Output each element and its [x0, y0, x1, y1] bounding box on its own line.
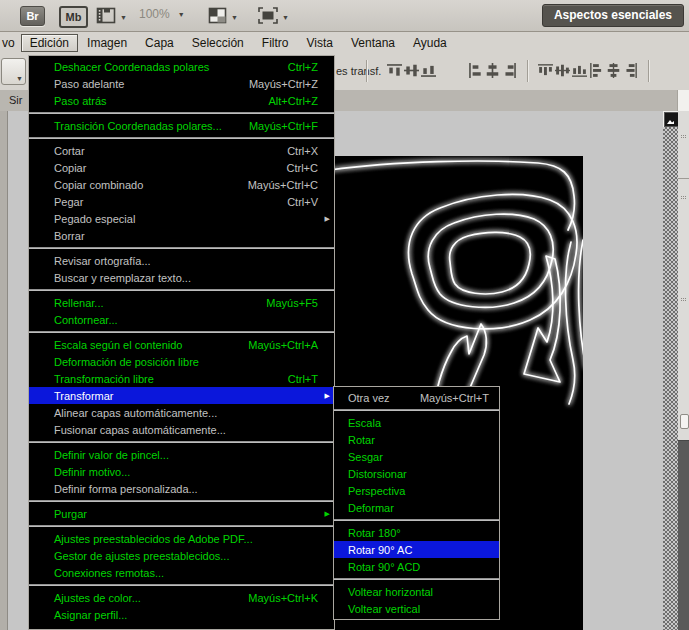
edit-menu-item-cortar[interactable]: CortarCtrl+X [29, 142, 334, 159]
menubar-item-ayuda[interactable]: Ayuda [404, 34, 456, 52]
align-left-edges-icon[interactable] [468, 63, 483, 78]
edit-menu-item-contornear[interactable]: Contornear... [29, 311, 334, 328]
menu-item-label: Contornear... [54, 314, 118, 326]
zoom-level-control[interactable]: 100% ▼ [139, 7, 185, 21]
edit-menu-item-gestor-de-ajustes-preestablecidos[interactable]: Gestor de ajustes preestablecidos... [29, 547, 334, 564]
edit-menu-item-asignar-perfil[interactable]: Asignar perfil... [29, 606, 334, 623]
edit-menu-item-ajustes-preestablecidos-de-adobe-pdf[interactable]: Ajustes preestablecidos de Adobe PDF... [29, 530, 334, 547]
submenu-item-rotar[interactable]: Rotar [334, 431, 499, 448]
edit-menu-item-definir-forma-personalizada[interactable]: Definir forma personalizada... [29, 480, 334, 497]
edit-menu-item-definir-motivo[interactable]: Definir motivo... [29, 463, 334, 480]
arrange-documents-button[interactable]: ▼ [208, 7, 238, 28]
distribute-bottom-edges-icon[interactable] [572, 63, 587, 78]
menubar-item-seleccion[interactable]: Selección [183, 34, 253, 52]
edit-menu-item-copiar-combinado[interactable]: Copiar combinadoMayús+Ctrl+C [29, 176, 334, 193]
submenu-item-otra-vez[interactable]: Otra vezMayús+Ctrl+T [334, 389, 499, 406]
screen-mode-button[interactable]: ▼ [258, 7, 289, 28]
menu-item-label: Escala según el contenido [54, 339, 182, 351]
distribute-vertical-centers-icon[interactable] [555, 63, 570, 78]
menu-separator [334, 409, 499, 411]
edit-menu-item-deshacer-coordenadas-polares[interactable]: Deshacer Coordenadas polaresCtrl+Z [29, 58, 334, 75]
chevron-down-icon: ▼ [178, 11, 185, 18]
document-tab[interactable]: Sir [9, 94, 22, 106]
view-extras-icon [96, 7, 116, 28]
submenu-item-rotar-90-ac[interactable]: Rotar 90° AC [334, 541, 499, 558]
chevron-down-icon: ▼ [231, 14, 238, 21]
edit-menu-item-borrar[interactable]: Borrar [29, 227, 334, 244]
align-top-edges-icon[interactable] [387, 63, 402, 78]
submenu-item-distorsionar[interactable]: Distorsionar [334, 465, 499, 482]
edit-menu-item-paso-adelante[interactable]: Paso adelanteMayús+Ctrl+Z [29, 75, 334, 92]
distribute-horizontal-centers-icon[interactable] [606, 63, 621, 78]
submenu-item-escala[interactable]: Escala [334, 414, 499, 431]
panel-gripper[interactable] [681, 196, 682, 197]
device-central-button[interactable]: Mb [59, 6, 88, 28]
view-extras-button[interactable]: ▼ [96, 7, 127, 28]
menu-item-label: Fusionar capas automáticamente... [54, 424, 226, 436]
edit-menu-item-alinear-capas-automaticamente[interactable]: Alinear capas automáticamente... [29, 404, 334, 421]
menu-item-label: Otra vez [348, 392, 390, 404]
edit-menu-item-transformar[interactable]: Transformar▶ [29, 387, 334, 404]
submenu-arrow-icon: ▶ [325, 509, 330, 517]
edit-menu-item-deformacion-de-posicion-libre[interactable]: Deformación de posición libre [29, 353, 334, 370]
submenu-item-rotar-90-acd[interactable]: Rotar 90° ACD [334, 558, 499, 575]
menu-item-label: Definir valor de pincel... [54, 449, 169, 461]
edit-menu-item-conexiones-remotas[interactable]: Conexiones remotas... [29, 564, 334, 581]
strip-icon-button[interactable] [663, 111, 678, 127]
submenu-item-voltear-horizontal[interactable]: Voltear horizontal [334, 583, 499, 600]
edit-menu-dropdown: Deshacer Coordenadas polaresCtrl+ZPaso a… [28, 55, 335, 630]
menu-item-label: Deformación de posición libre [54, 356, 199, 368]
distribute-left-edges-icon[interactable] [589, 63, 604, 78]
workspace-switcher-button[interactable]: Aspectos esenciales [542, 4, 684, 27]
edit-menu-item-transicion-coordenadas-polares[interactable]: Transición Coordenadas polares...Mayús+C… [29, 117, 334, 134]
align-right-edges-icon[interactable] [502, 63, 517, 78]
panel-dock-edge [678, 111, 689, 630]
distribute-right-edges-icon[interactable] [623, 63, 638, 78]
dock-mini-button[interactable] [680, 414, 689, 429]
menubar-item-ventana[interactable]: Ventana [342, 34, 404, 52]
submenu-item-deformar[interactable]: Deformar [334, 499, 499, 516]
edit-menu-item-ajustes-de-color[interactable]: Ajustes de color...Mayús+Ctrl+K [29, 589, 334, 606]
show-transform-controls-label: es transf. [336, 65, 381, 77]
edit-menu-item-copiar[interactable]: CopiarCtrl+C [29, 159, 334, 176]
align-horizontal-centers-icon[interactable] [485, 63, 500, 78]
menu-separator [29, 289, 334, 291]
menubar-item-imagen[interactable]: Imagen [78, 34, 136, 52]
menubar-item-vista[interactable]: Vista [297, 34, 341, 52]
edit-menu-item-revisar-ortografia[interactable]: Revisar ortografía... [29, 252, 334, 269]
edit-menu-item-paso-atras[interactable]: Paso atrásAlt+Ctrl+Z [29, 92, 334, 109]
menu-item-label: Borrar [54, 230, 85, 242]
submenu-item-rotar-180[interactable]: Rotar 180° [334, 524, 499, 541]
edit-menu-item-buscar-y-reemplazar-texto[interactable]: Buscar y reemplazar texto... [29, 269, 334, 286]
edit-menu-item-rellenar[interactable]: Rellenar...Mayús+F5 [29, 294, 334, 311]
menu-item-label: Sesgar [348, 451, 383, 463]
menu-item-label: Rotar [348, 434, 375, 446]
bridge-button[interactable]: Br [20, 6, 45, 26]
align-vertical-centers-icon[interactable] [404, 63, 419, 78]
chevron-down-icon: ▼ [120, 14, 127, 21]
menubar-item-archivo-fragment[interactable]: vo [0, 34, 21, 52]
submenu-item-perspectiva[interactable]: Perspectiva [334, 482, 499, 499]
menu-item-label: Rotar 90° ACD [348, 561, 420, 573]
tool-preset-button[interactable]: ▼ [1, 58, 26, 85]
edit-menu-item-definir-valor-de-pincel[interactable]: Definir valor de pincel... [29, 446, 334, 463]
edit-menu-item-transformacion-libre[interactable]: Transformación libreCtrl+T [29, 370, 334, 387]
submenu-item-voltear-vertical[interactable]: Voltear vertical [334, 600, 499, 617]
edit-menu-item-purgar[interactable]: Purgar▶ [29, 505, 334, 522]
edit-menu-item-pegar[interactable]: PegarCtrl+V [29, 193, 334, 210]
panel-gripper[interactable] [681, 298, 682, 299]
menubar-item-capa[interactable]: Capa [136, 34, 183, 52]
align-bottom-edges-icon[interactable] [421, 63, 436, 78]
transform-submenu: Otra vezMayús+Ctrl+TEscalaRotarSesgarDis… [333, 386, 500, 620]
menubar-item-edicion[interactable]: Edición [21, 34, 78, 52]
edit-menu-item-escala-segun-el-contenido[interactable]: Escala según el contenidoMayús+Ctrl+A [29, 336, 334, 353]
edit-menu-item-fusionar-capas-automaticamente[interactable]: Fusionar capas automáticamente... [29, 421, 334, 438]
menu-item-label: Ajustes de color... [54, 592, 141, 604]
edit-menu-item-pegado-especial[interactable]: Pegado especial▶ [29, 210, 334, 227]
distribute-top-edges-icon[interactable] [538, 63, 553, 78]
menubar-item-filtro[interactable]: Filtro [253, 34, 298, 52]
panel-gripper[interactable] [681, 135, 682, 136]
submenu-item-sesgar[interactable]: Sesgar [334, 448, 499, 465]
menu-item-label: Escala [348, 417, 381, 429]
tab-bar-corner [677, 90, 689, 111]
